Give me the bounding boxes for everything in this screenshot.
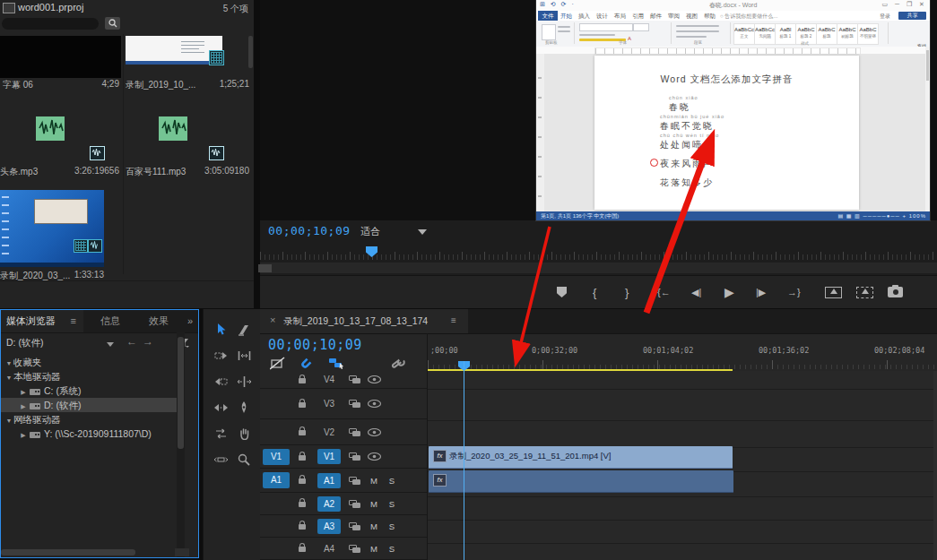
zoom-tool[interactable]	[234, 450, 254, 470]
go-to-in-button[interactable]: {←	[657, 283, 671, 301]
track-lock-icon[interactable]	[299, 401, 311, 408]
track-lock-icon[interactable]	[299, 500, 311, 507]
tab-media-browser[interactable]: 媒体浏览器 ≡	[1, 310, 83, 332]
track-select-forward-tool[interactable]	[211, 346, 230, 366]
chevron-down-icon[interactable]	[107, 342, 114, 347]
sync-lock-icon[interactable]	[349, 545, 360, 553]
rate-stretch-tool[interactable]	[211, 398, 230, 418]
sync-lock-icon[interactable]	[349, 375, 360, 383]
timeline-timecode[interactable]: 00;00;10;09	[268, 337, 362, 353]
zoom-fit-select[interactable]: 适合	[360, 225, 380, 238]
close-icon[interactable]: ×	[270, 314, 275, 325]
project-item-thumbnail[interactable]	[0, 36, 121, 78]
mute-track-button[interactable]: M	[369, 476, 378, 486]
solo-track-button[interactable]: S	[387, 499, 396, 509]
tree-item[interactable]: ▼网络驱动器	[1, 412, 177, 426]
pen-tool[interactable]	[234, 398, 254, 418]
timeline-settings-wrench-icon[interactable]	[391, 358, 405, 371]
sync-lock-icon[interactable]	[349, 452, 360, 461]
mark-out-button[interactable]: }	[625, 283, 629, 301]
audio-track-lane[interactable]	[428, 544, 937, 560]
tab-effects[interactable]: 效果	[137, 310, 180, 332]
project-item-thumbnail[interactable]	[126, 36, 222, 65]
selection-tool[interactable]	[211, 320, 230, 340]
toggle-track-output-icon[interactable]	[368, 400, 381, 408]
track-target-button[interactable]: V4	[317, 372, 341, 387]
track-target-button[interactable]: V2	[317, 425, 341, 440]
mark-in-button[interactable]: {	[593, 283, 596, 301]
lift-button[interactable]	[825, 283, 842, 301]
audio-track-lane[interactable]	[428, 497, 937, 521]
step-forward-button[interactable]: |▶	[756, 283, 766, 301]
timeline-scrollbar[interactable]	[933, 371, 937, 560]
export-frame-button[interactable]	[888, 283, 903, 301]
monitor-scrollbar-track[interactable]	[260, 263, 937, 273]
track-lock-icon[interactable]	[299, 477, 311, 484]
panel-menu-icon[interactable]: ≡	[451, 315, 456, 325]
sync-lock-icon[interactable]	[349, 428, 360, 436]
tree-item[interactable]: ▼收藏夹	[1, 355, 177, 369]
tree-hscrollbar-thumb[interactable]	[1, 549, 135, 556]
source-patch-button[interactable]	[263, 424, 290, 440]
toggle-track-output-icon[interactable]	[368, 428, 381, 436]
tree-scrollbar-thumb[interactable]	[178, 337, 184, 449]
panel-menu-icon[interactable]: ≡	[71, 310, 76, 332]
audio-clip[interactable]: fx	[429, 470, 733, 493]
sync-lock-icon[interactable]	[349, 400, 360, 408]
project-item-name[interactable]: 录制_2019_10_...	[126, 79, 204, 91]
project-item-name[interactable]: 头条.mp3	[0, 166, 67, 178]
track-target-button[interactable]: A1	[317, 473, 341, 488]
monitor-scrollbar-thumb[interactable]	[258, 264, 272, 272]
timeline-playhead-line[interactable]	[464, 361, 464, 560]
tree-item[interactable]: ▶Y: (\\Sc-201909111807\D)	[1, 426, 177, 441]
source-patch-button[interactable]	[263, 495, 290, 512]
solo-track-button[interactable]: S	[387, 521, 396, 531]
back-icon[interactable]: ←	[126, 335, 137, 348]
monitor-timecode[interactable]: 00;00;10;09	[268, 224, 351, 237]
source-patch-button[interactable]	[263, 540, 290, 556]
audio-waveform-thumbnail[interactable]	[159, 116, 187, 141]
search-icon[interactable]	[105, 17, 120, 30]
rolling-edit-tool[interactable]	[234, 372, 254, 392]
track-lock-icon[interactable]	[299, 453, 311, 461]
track-target-button[interactable]: V1	[317, 449, 341, 464]
monitor-mini-ruler[interactable]	[260, 246, 937, 260]
hand-tool[interactable]	[234, 424, 254, 444]
project-search-input[interactable]	[2, 18, 99, 30]
mute-track-button[interactable]: M	[369, 499, 378, 509]
location-dropdown[interactable]: D: (软件)	[6, 337, 43, 349]
tree-item[interactable]: ▼本地驱动器	[1, 369, 177, 383]
audio-waveform-thumbnail[interactable]	[36, 116, 65, 141]
mute-track-button[interactable]: M	[369, 521, 378, 531]
go-to-out-button[interactable]: →}	[787, 283, 801, 301]
solo-track-button[interactable]: S	[387, 476, 396, 486]
video-track-lane[interactable]	[428, 421, 937, 448]
add-marker-button[interactable]	[557, 283, 567, 301]
track-target-button[interactable]: V3	[317, 396, 341, 411]
video-clip[interactable]: fx 录制_2020_03_25_19_11_51_201.mp4 [V]	[429, 446, 733, 469]
forward-icon[interactable]: →	[143, 335, 153, 348]
audio-track-lane[interactable]	[428, 521, 937, 544]
slide-tool[interactable]	[211, 450, 230, 470]
timeline-ruler[interactable]: ;00;00 0;00;32;00 00;01;04;02 00;01;36;0…	[428, 333, 937, 371]
track-lock-icon[interactable]	[299, 545, 311, 552]
track-select-backward-tool[interactable]	[211, 372, 230, 392]
toggle-track-output-icon[interactable]	[368, 375, 381, 383]
project-item-name[interactable]: 字幕 06	[3, 79, 85, 91]
tree-item[interactable]: ▶D: (软件)	[1, 398, 177, 412]
source-patch-button[interactable]	[263, 518, 290, 534]
disclosure-triangle-icon[interactable]: ▶	[19, 428, 28, 443]
track-lock-icon[interactable]	[299, 376, 311, 383]
tree-item[interactable]: ▶C: (系统)	[1, 383, 177, 398]
project-item-name[interactable]: 百家号111.mp3	[126, 166, 195, 178]
source-patch-button[interactable]: V1	[263, 449, 290, 465]
ripple-edit-tool[interactable]	[234, 346, 254, 366]
extract-button[interactable]	[856, 283, 873, 301]
sync-lock-icon[interactable]	[349, 500, 360, 508]
play-button[interactable]: ▶	[724, 283, 734, 301]
tab-info[interactable]: 信息	[89, 310, 132, 332]
source-patch-button[interactable]	[263, 372, 290, 388]
video-track-lane[interactable]	[428, 390, 937, 421]
track-lock-icon[interactable]	[299, 428, 311, 435]
source-patch-button[interactable]: A1	[263, 472, 290, 488]
